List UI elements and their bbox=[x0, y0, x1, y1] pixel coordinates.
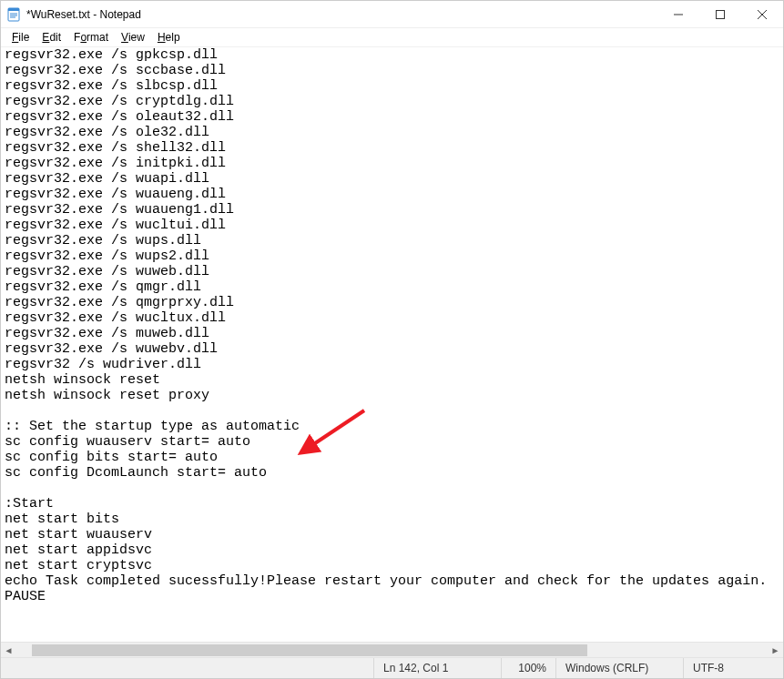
title-bar: *WuReset.txt - Notepad bbox=[1, 1, 783, 28]
menu-help-rest: elp bbox=[166, 31, 180, 44]
svg-rect-1 bbox=[8, 8, 19, 11]
menu-file-rest: ile bbox=[18, 31, 29, 44]
menu-edit[interactable]: Edit bbox=[36, 30, 66, 45]
text-editor[interactable]: regsvr32.exe /s gpkcsp.dll regsvr32.exe … bbox=[1, 47, 783, 642]
scroll-thumb[interactable] bbox=[32, 644, 587, 656]
notepad-icon bbox=[6, 7, 21, 22]
menu-bar: File Edit Format View Help bbox=[1, 28, 783, 47]
status-line-ending: Windows (CRLF) bbox=[555, 658, 683, 678]
status-encoding: UTF-8 bbox=[683, 658, 783, 678]
menu-help[interactable]: Help bbox=[152, 30, 186, 45]
horizontal-scrollbar[interactable]: ◄ ► bbox=[1, 642, 783, 657]
maximize-button[interactable] bbox=[699, 1, 741, 28]
menu-format-rest: rmat bbox=[87, 31, 108, 44]
svg-rect-6 bbox=[717, 10, 725, 18]
close-icon bbox=[758, 10, 767, 19]
minimize-icon bbox=[674, 10, 683, 19]
status-zoom: 100% bbox=[501, 658, 555, 678]
scroll-track[interactable] bbox=[16, 643, 768, 658]
menu-view-rest: iew bbox=[128, 31, 145, 44]
status-bar: Ln 142, Col 1 100% Windows (CRLF) UTF-8 bbox=[1, 657, 783, 678]
status-position: Ln 142, Col 1 bbox=[373, 658, 501, 678]
window-title: *WuReset.txt - Notepad bbox=[26, 8, 141, 21]
close-button[interactable] bbox=[741, 1, 783, 28]
maximize-icon bbox=[716, 10, 725, 19]
scroll-right-button[interactable]: ► bbox=[768, 643, 783, 658]
text-content[interactable]: regsvr32.exe /s gpkcsp.dll regsvr32.exe … bbox=[1, 47, 783, 608]
minimize-button[interactable] bbox=[657, 1, 699, 28]
menu-view[interactable]: View bbox=[116, 30, 150, 45]
menu-format[interactable]: Format bbox=[68, 30, 114, 45]
scroll-left-button[interactable]: ◄ bbox=[1, 643, 16, 658]
status-spacer bbox=[1, 658, 373, 678]
menu-file[interactable]: File bbox=[6, 30, 35, 45]
menu-edit-rest: dit bbox=[49, 31, 61, 44]
